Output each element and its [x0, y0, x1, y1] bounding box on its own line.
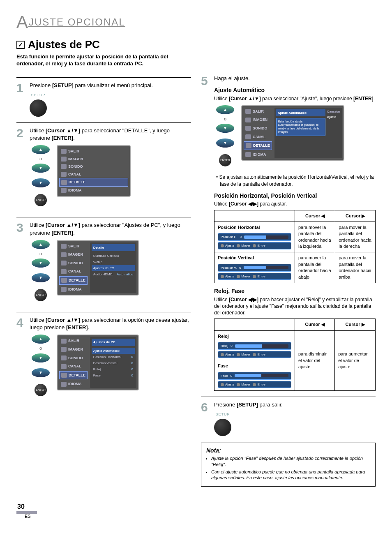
- setup-label: SETUP: [215, 412, 230, 417]
- panel-item-selected: Ajustes de PC: [92, 265, 135, 271]
- header-rest: JUSTE OPCIONAL: [29, 16, 125, 28]
- step-4: 4 Utilice [Cursor ▲/▼] para seleccionar …: [16, 316, 191, 401]
- enter-button-icon: ENTER: [30, 379, 52, 401]
- down-arrow-icon: ▼: [32, 178, 50, 187]
- clock-table: Cursor ◀ Cursor ▶ Reloj Reloj0 AjusteMov…: [214, 319, 376, 391]
- menu-item-sonido: SONIDO: [59, 163, 128, 171]
- up-button-icon: ▲: [216, 105, 234, 114]
- position-table: Cursor ◀ Cursor ▶ Posición Horizontal Po…: [214, 210, 376, 284]
- enter-button-icon: ENTER: [30, 189, 52, 211]
- checkbox-icon: ✓: [16, 41, 25, 49]
- menu-item-idioma: IDIOMA: [59, 380, 88, 388]
- cancel-label: Cancelar: [327, 109, 340, 114]
- menu-item-imagen: IMAGEN: [59, 251, 88, 259]
- or-label: o: [39, 156, 42, 162]
- note-list: Ajuste la opción "Fase" después de haber…: [206, 455, 370, 481]
- note-title: Nota:: [206, 447, 370, 454]
- clock-text: Utilice [Cursor ◀/▶] para hacer ajustar …: [214, 296, 376, 316]
- figure-setup-button: SETUP: [30, 92, 191, 117]
- table-row: Posición Vertical Posición V.0 AjusteMov…: [214, 252, 376, 283]
- panel-item: Subtítulo Cerrado: [92, 253, 135, 259]
- page-number: 30: [16, 503, 37, 514]
- clock-head: Reloj, Fase: [214, 287, 376, 295]
- osd-sidebar: SALIR IMAGEN SONIDO CANAL DETALLE IDIOMA: [59, 337, 88, 388]
- or-label: o: [224, 116, 226, 122]
- up-button-icon: ▲: [32, 335, 50, 344]
- pos-text: Utilice [Cursor ◀/▶] para ajustar.: [214, 201, 376, 207]
- th-cursor-right: Cursor ▶: [335, 319, 376, 330]
- cell-left: para mover la pantalla del ordenador hac…: [295, 252, 335, 283]
- osd-slider: Posición V.0 AjusteMoverEntre: [218, 264, 291, 280]
- step-5: 5 Haga el ajuste. Ajuste Automático Util…: [201, 75, 376, 391]
- menu-item-canal: CANAL: [59, 362, 88, 370]
- page-footer: 30 ES: [16, 503, 376, 519]
- cell-left: para mover la pantalla del ordenador hac…: [295, 222, 335, 252]
- down-arrow-icon: ▼: [32, 368, 50, 377]
- divider: [201, 397, 376, 397]
- up-button-icon: ▲: [32, 240, 50, 249]
- pos-head: Posición Horizontal, Posición Vertical: [214, 192, 376, 200]
- step-number: 6: [201, 401, 211, 436]
- th-empty: [214, 319, 295, 330]
- row-name: Posición Horizontal: [218, 225, 260, 230]
- remote-dpad-enter: ▲ o ▼ ▼ ENTER: [30, 240, 52, 306]
- down-button-icon: ▼: [32, 259, 50, 268]
- osd-slider: Fase0 AjusteMoverEntre: [218, 372, 291, 388]
- menu-item-sonido: SONIDO: [59, 354, 88, 362]
- menu-item-salir: SALIR: [59, 337, 88, 345]
- step-number: 2: [16, 127, 26, 212]
- panel-item-selected: Ajuste Automático: [92, 348, 135, 354]
- panel-item: V-chip: [92, 259, 135, 265]
- section-title-row: ✓ Ajustes de PC: [16, 38, 376, 51]
- menu-item-salir: SALIR: [244, 108, 272, 115]
- row-name: Reloj: [218, 334, 229, 339]
- menu-item-detalle: DETALLE: [244, 141, 272, 150]
- header-letter: A: [16, 12, 29, 32]
- left-column: 1 Presione [SETUP] para visualizar el me…: [16, 75, 191, 487]
- step-number: 5: [201, 75, 211, 391]
- menu-item-sonido: SONIDO: [244, 125, 272, 132]
- down-arrow-icon: ▼: [32, 273, 50, 282]
- step-body: Utilice [Cursor ▲/▼] para seleccionar "D…: [30, 127, 191, 212]
- osd-sidebar: SALIR IMAGEN SONIDO CANAL DETALLE IDIOMA: [59, 242, 88, 293]
- page-header: AJUSTE OPCIONAL: [16, 12, 376, 33]
- setup-button-icon: [214, 419, 231, 436]
- osd-menu-pc-panel: SALIR IMAGEN SONIDO CANAL DETALLE IDIOMA…: [57, 335, 139, 390]
- down-button-icon: ▼: [32, 164, 50, 173]
- table-row: Posición Horizontal Posición H.0 AjusteM…: [214, 222, 376, 252]
- remote-setup: SETUP: [214, 412, 231, 436]
- panel-header: Ajustes de PC: [92, 339, 135, 346]
- menu-item-imagen: IMAGEN: [59, 155, 128, 163]
- menu-item-detalle: DETALLE: [59, 371, 88, 380]
- enter-button-icon: ENTER: [214, 149, 236, 171]
- auto-actions: Cancelar Ajuste: [327, 109, 340, 157]
- panel-item: Reloj0: [92, 366, 135, 372]
- figure-step3: ▲ o ▼ ▼ ENTER SALIR IMAGEN SONIDO CANAL: [30, 240, 191, 306]
- osd-menu-detalle-selected: SALIR IMAGEN SONIDO CANAL DETALLE IDIOMA: [57, 145, 131, 197]
- menu-item-imagen: IMAGEN: [244, 116, 272, 124]
- auto-adjust-text: Utilice [Cursor ▲/▼] para seleccionar "A…: [214, 95, 376, 102]
- step-body: Utilice [Cursor ▲/▼] para seleccionar la…: [30, 316, 191, 401]
- menu-item-idioma: IDIOMA: [244, 151, 272, 159]
- divider: [16, 122, 191, 123]
- down-button-icon: ▼: [216, 124, 234, 133]
- step-body: Utilice [Cursor ▲/▼] para seleccionar "A…: [30, 222, 191, 306]
- panel-item: Audio HDMI1Automático: [92, 271, 135, 277]
- step-1: 1 Presione [SETUP] para visualizar el me…: [16, 82, 191, 117]
- figure-step2: ▲ o ▼ ▼ ENTER SALIR IMAGEN SONIDO CANAL …: [30, 145, 191, 211]
- remote-dpad-enter: ▲ o ▼ ▼ ENTER: [30, 145, 52, 211]
- menu-item-canal: CANAL: [244, 133, 272, 141]
- up-button-icon: ▲: [32, 145, 50, 154]
- cell-left: para disminuir el valor del ajuste: [295, 330, 335, 391]
- auto-desc: Esta función ajusta automáticamente la p…: [276, 118, 325, 136]
- section-title: Ajustes de PC: [28, 38, 100, 51]
- setup-label: SETUP: [31, 92, 45, 98]
- step-body: Haga el ajuste. Ajuste Automático Utilic…: [214, 75, 376, 391]
- or-label: o: [39, 345, 42, 351]
- remote-setup: SETUP: [30, 92, 47, 117]
- panel-item: Posición Horizontal0: [92, 354, 135, 360]
- menu-item-canal: CANAL: [59, 268, 88, 275]
- th-empty: [214, 210, 295, 222]
- menu-item-canal: CANAL: [59, 171, 128, 178]
- panel-item: Fase0: [92, 372, 135, 379]
